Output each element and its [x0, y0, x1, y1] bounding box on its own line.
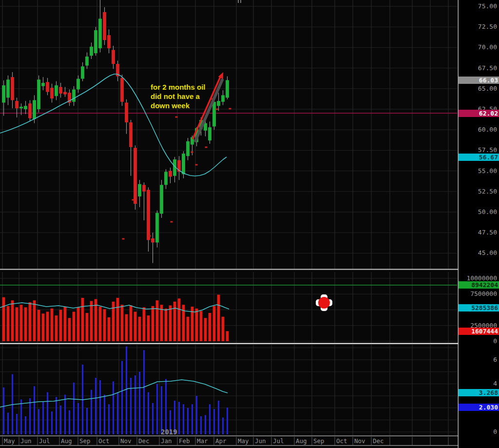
panel-separator: [0, 436, 499, 436]
candle-body: [112, 50, 115, 64]
volume-bar: [169, 305, 172, 341]
volume-bar: [165, 309, 168, 341]
candle-body: [98, 19, 102, 48]
sar-mark: [191, 152, 193, 153]
volume-bar: [86, 313, 89, 341]
year-label: 2019: [161, 428, 177, 436]
price-tick-label: 72.50: [459, 23, 499, 30]
volume-bar: [51, 309, 54, 341]
volume-bar: [33, 300, 36, 341]
volume-bar: [121, 305, 124, 341]
indicator-bar: [139, 372, 140, 434]
indicator-tick-label: 6: [459, 356, 499, 363]
indicator-bar: [227, 408, 228, 434]
volume-bar: [130, 305, 133, 341]
chart-canvas[interactable]: MayJunJulAugSepOctNovDecJanFebMarAprMayJ…: [0, 0, 499, 448]
candle-body: [147, 190, 150, 240]
indicator-bar: [104, 395, 105, 434]
indicator-bar: [77, 403, 79, 434]
candle-body: [164, 172, 168, 185]
month-label: Aug: [296, 437, 307, 445]
price-tick-label: 52.50: [459, 188, 499, 195]
sar-mark: [175, 117, 178, 118]
candle-body: [155, 213, 159, 243]
trading-chart-window: MayJunJulAugSepOctNovDecJanFebMarAprMayJ…: [0, 0, 499, 448]
candle-body: [160, 185, 163, 214]
indicator-bar: [42, 402, 44, 434]
sar-mark: [229, 108, 231, 110]
candle-body: [24, 106, 27, 109]
volume-bar: [90, 301, 93, 341]
volume-bar: [226, 331, 229, 341]
volume-tick-label: 0: [459, 337, 499, 345]
volume-bar: [2, 297, 5, 341]
candle-body: [107, 35, 111, 48]
sar-mark: [132, 199, 134, 201]
last-price-badge: 66.03: [459, 77, 499, 84]
month-label: Apr: [215, 437, 227, 445]
candle-body: [15, 101, 19, 108]
volume-last-badge: 1607444: [459, 328, 499, 335]
indicator-bar: [209, 404, 211, 434]
month-label: Oct: [336, 437, 347, 445]
candle-body: [103, 12, 106, 40]
volume-bar: [116, 298, 119, 341]
volume-bar: [178, 298, 181, 341]
price-axis[interactable]: 66.03 62.02 56.67 8942204 5285386 160744…: [459, 0, 499, 448]
month-label: Dec: [138, 437, 150, 445]
sar-mark: [171, 221, 173, 223]
indicator-bar: [196, 396, 197, 434]
price-tick-label: 45.00: [459, 249, 499, 256]
candle-body: [94, 30, 97, 53]
panel-separator: [0, 269, 499, 270]
indicator-bar: [7, 413, 9, 434]
month-label: Sep: [313, 437, 325, 445]
candle-body: [120, 78, 124, 102]
candle-body: [41, 83, 45, 86]
month-label: May: [4, 437, 15, 445]
sar-mark: [205, 147, 208, 148]
volume-bar: [68, 318, 71, 341]
sar-mark: [122, 238, 125, 240]
price-tick-label: 65.00: [459, 85, 499, 92]
candle-body: [50, 88, 54, 98]
candle-body: [33, 100, 36, 119]
candle-body: [81, 66, 84, 78]
indicator-bar: [3, 388, 4, 434]
volume-bar: [209, 313, 211, 341]
candle-body: [72, 89, 76, 101]
candle-body: [19, 107, 23, 108]
volume-bar: [38, 310, 40, 342]
volume-bar: [59, 310, 62, 342]
indicator-bar: [86, 408, 88, 434]
indicator-bar: [56, 397, 57, 434]
indicator-bar: [156, 384, 158, 434]
volume-bar: [173, 302, 176, 341]
indicator-bar: [73, 383, 75, 434]
volume-level-badge: 8942204: [459, 281, 499, 289]
price-tick-label: 67.50: [459, 64, 499, 72]
candle-body: [11, 77, 14, 100]
indicator-bar: [213, 409, 215, 434]
indicator-bar: [25, 416, 26, 434]
candle-body: [85, 57, 89, 66]
volume-bar: [200, 311, 203, 341]
panel-separator: [0, 343, 499, 345]
indicator-bar: [134, 375, 136, 434]
volume-bar: [24, 307, 27, 341]
indicator-bar: [69, 410, 70, 434]
volume-bar: [73, 312, 76, 341]
volume-bar: [152, 306, 154, 341]
indicator-bar: [205, 415, 206, 434]
price-tick-label: 60.00: [459, 126, 499, 133]
indicator-bar: [200, 416, 202, 434]
indicator-bar: [187, 408, 189, 434]
price-tick-label: 47.50: [459, 229, 499, 236]
indicator-bar: [16, 414, 18, 434]
indicator-bar: [117, 392, 118, 434]
candle-body: [226, 80, 229, 97]
volume-bar: [187, 317, 190, 341]
volume-bar: [46, 312, 49, 341]
volume-bar: [125, 314, 128, 341]
candle-body: [142, 185, 146, 192]
